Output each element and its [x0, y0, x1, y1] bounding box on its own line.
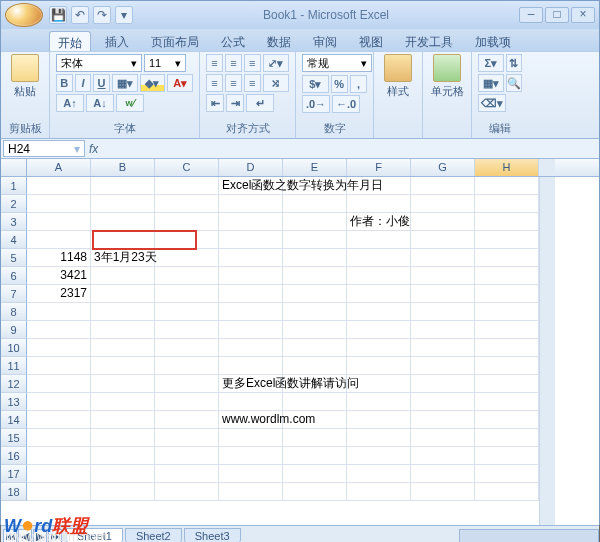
cell-H7[interactable] [475, 285, 539, 303]
number-format-combo[interactable]: 常规▾ [302, 54, 372, 72]
cell-A8[interactable] [27, 303, 91, 321]
cell-H16[interactable] [475, 447, 539, 465]
row-header-10[interactable]: 10 [1, 339, 27, 357]
cell-H1[interactable] [475, 177, 539, 195]
cell-A11[interactable] [27, 357, 91, 375]
cell-E18[interactable] [283, 483, 347, 501]
cell-A2[interactable] [27, 195, 91, 213]
increase-indent-button[interactable]: ⇥ [226, 94, 244, 112]
cell-F1[interactable] [347, 177, 411, 195]
cell-F6[interactable] [347, 267, 411, 285]
align-middle-button[interactable]: ≡ [225, 54, 242, 72]
cell-F17[interactable] [347, 465, 411, 483]
qat-more-icon[interactable]: ▾ [115, 6, 133, 24]
cell-H18[interactable] [475, 483, 539, 501]
cell-C3[interactable] [155, 213, 219, 231]
cell-A18[interactable] [27, 483, 91, 501]
cell-A4[interactable] [27, 231, 91, 249]
cell-G13[interactable] [411, 393, 475, 411]
tab-review[interactable]: 审阅 [305, 31, 345, 51]
cell-C1[interactable] [155, 177, 219, 195]
col-header-E[interactable]: E [283, 159, 347, 176]
cell-C10[interactable] [155, 339, 219, 357]
row-header-13[interactable]: 13 [1, 393, 27, 411]
cell-A3[interactable] [27, 213, 91, 231]
cell-B10[interactable] [91, 339, 155, 357]
cell-H14[interactable] [475, 411, 539, 429]
cell-B1[interactable] [91, 177, 155, 195]
row-header-11[interactable]: 11 [1, 357, 27, 375]
fill-button[interactable]: ▦▾ [478, 74, 504, 92]
cell-F7[interactable] [347, 285, 411, 303]
cell-D12[interactable]: 更多Excel函数讲解请访问 [219, 375, 283, 393]
row-header-18[interactable]: 18 [1, 483, 27, 501]
cell-C17[interactable] [155, 465, 219, 483]
cell-G17[interactable] [411, 465, 475, 483]
cell-F18[interactable] [347, 483, 411, 501]
cell-C14[interactable] [155, 411, 219, 429]
cell-C9[interactable] [155, 321, 219, 339]
cell-A16[interactable] [27, 447, 91, 465]
cell-D7[interactable] [219, 285, 283, 303]
sheet-tab-3[interactable]: Sheet3 [184, 528, 241, 542]
row-header-2[interactable]: 2 [1, 195, 27, 213]
col-header-C[interactable]: C [155, 159, 219, 176]
row-header-5[interactable]: 5 [1, 249, 27, 267]
cell-E5[interactable] [283, 249, 347, 267]
cell-C15[interactable] [155, 429, 219, 447]
cell-E13[interactable] [283, 393, 347, 411]
comma-button[interactable]: , [350, 75, 367, 93]
cell-F12[interactable] [347, 375, 411, 393]
cell-E8[interactable] [283, 303, 347, 321]
cell-D18[interactable] [219, 483, 283, 501]
tab-developer[interactable]: 开发工具 [397, 31, 461, 51]
cell-F4[interactable] [347, 231, 411, 249]
cell-B14[interactable] [91, 411, 155, 429]
orientation-button[interactable]: ⤢▾ [263, 54, 289, 72]
cell-E1[interactable] [283, 177, 347, 195]
cell-H9[interactable] [475, 321, 539, 339]
cell-H8[interactable] [475, 303, 539, 321]
percent-button[interactable]: % [331, 75, 348, 93]
tab-addins[interactable]: 加载项 [467, 31, 519, 51]
tab-pagelayout[interactable]: 页面布局 [143, 31, 207, 51]
cell-G15[interactable] [411, 429, 475, 447]
row-header-12[interactable]: 12 [1, 375, 27, 393]
cell-C13[interactable] [155, 393, 219, 411]
autosum-button[interactable]: Σ▾ [478, 54, 504, 72]
find-button[interactable]: 🔍 [506, 74, 522, 92]
cell-H15[interactable] [475, 429, 539, 447]
row-header-3[interactable]: 3 [1, 213, 27, 231]
cell-A14[interactable] [27, 411, 91, 429]
cell-G1[interactable] [411, 177, 475, 195]
decrease-decimal-button[interactable]: ←.0 [332, 95, 360, 113]
italic-button[interactable]: I [75, 74, 92, 92]
cell-B2[interactable] [91, 195, 155, 213]
fx-icon[interactable]: fx [89, 142, 98, 156]
cell-G14[interactable] [411, 411, 475, 429]
cell-F2[interactable] [347, 195, 411, 213]
cell-B6[interactable] [91, 267, 155, 285]
cell-H4[interactable] [475, 231, 539, 249]
row-header-7[interactable]: 7 [1, 285, 27, 303]
cell-E9[interactable] [283, 321, 347, 339]
cell-H13[interactable] [475, 393, 539, 411]
col-header-B[interactable]: B [91, 159, 155, 176]
cell-G7[interactable] [411, 285, 475, 303]
cell-A7[interactable]: 2317 [27, 285, 91, 303]
cell-F11[interactable] [347, 357, 411, 375]
cell-F5[interactable] [347, 249, 411, 267]
redo-icon[interactable]: ↷ [93, 6, 111, 24]
col-header-D[interactable]: D [219, 159, 283, 176]
cell-B11[interactable] [91, 357, 155, 375]
bold-button[interactable]: B [56, 74, 73, 92]
cell-G16[interactable] [411, 447, 475, 465]
align-left-button[interactable]: ≡ [206, 74, 223, 92]
cell-A1[interactable] [27, 177, 91, 195]
cell-D15[interactable] [219, 429, 283, 447]
cell-E10[interactable] [283, 339, 347, 357]
align-right-button[interactable]: ≡ [244, 74, 261, 92]
cell-A15[interactable] [27, 429, 91, 447]
cell-C16[interactable] [155, 447, 219, 465]
cell-H12[interactable] [475, 375, 539, 393]
